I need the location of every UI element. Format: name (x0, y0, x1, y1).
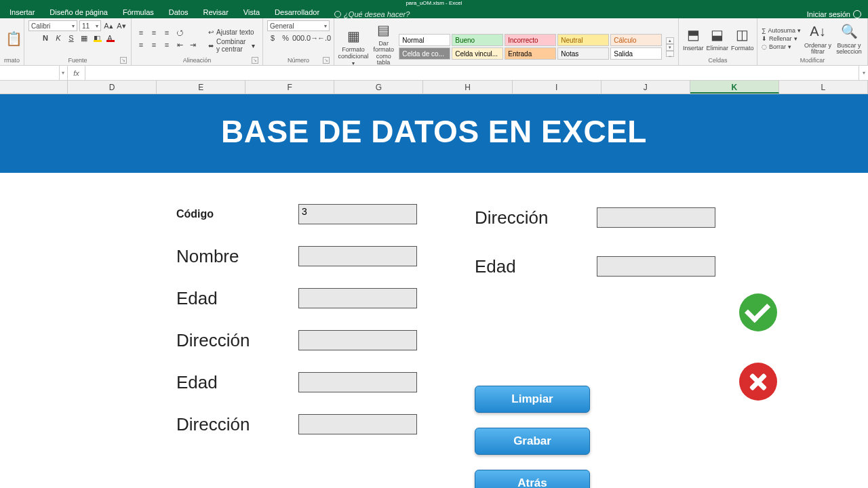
wrap-text-button[interactable]: ↩ Ajustar texto (205, 26, 258, 38)
worksheet-area[interactable]: BASE DE DATOS EN EXCEL Código3NombreEdad… (0, 94, 868, 487)
formula-input[interactable] (85, 66, 859, 80)
font-color-button[interactable]: A (104, 33, 115, 43)
style-cell[interactable]: Salida (610, 47, 662, 60)
fx-icon[interactable]: fx (68, 66, 85, 80)
tab-diseno[interactable]: Diseño de página (43, 7, 115, 18)
page-title: BASE DE DATOS EN EXCEL (0, 94, 868, 173)
percent-button[interactable]: % (280, 33, 291, 43)
border-button[interactable]: ▦ (79, 33, 90, 43)
number-format-combo[interactable]: General▾ (267, 20, 330, 31)
field-input[interactable] (298, 288, 417, 308)
align-bottom-button[interactable]: ≡ (161, 27, 172, 38)
atrás-button[interactable]: Atrás (475, 470, 590, 488)
style-cell[interactable]: Cálculo (610, 34, 662, 46)
tab-insertar[interactable]: Insertar (3, 7, 41, 18)
indent-dec-button[interactable]: ⇤ (174, 39, 185, 50)
field-input[interactable] (298, 414, 417, 434)
underline-button[interactable]: S (66, 33, 77, 43)
field-input[interactable]: 3 (298, 204, 417, 224)
clear-button[interactable]: ◌ Borrar ▾ (762, 43, 801, 50)
thousands-button[interactable]: 000 (293, 33, 304, 43)
align-left-button[interactable]: ≡ (136, 39, 146, 50)
align-top-button[interactable]: ≡ (136, 27, 146, 38)
style-cell[interactable]: Incorrecto (505, 34, 556, 46)
sort-filter-button[interactable]: A↓Ordenar y filtrar (804, 22, 832, 56)
gallery-more-icon[interactable]: ⎯ (666, 51, 674, 57)
align-dialog-icon[interactable]: ↘ (252, 57, 258, 64)
field-input[interactable] (597, 256, 715, 277)
grow-font-button[interactable]: A▴ (103, 20, 114, 31)
column-header[interactable]: F (245, 81, 334, 94)
column-header[interactable]: J (601, 81, 690, 94)
style-cell[interactable]: Notas (557, 47, 609, 60)
align-middle-button[interactable]: ≡ (149, 27, 159, 38)
column-header[interactable]: E (157, 81, 245, 94)
column-header[interactable]: D (68, 81, 157, 94)
align-right-button[interactable]: ≡ (161, 39, 172, 50)
find-select-button[interactable]: 🔍Buscar y seleccion (835, 22, 863, 56)
cell-styles-gallery[interactable]: NormalBuenoIncorrectoNeutralCálculoCelda… (399, 34, 662, 60)
currency-button[interactable]: $ (267, 33, 278, 43)
paste-button[interactable]: 📋 (4, 29, 23, 48)
autosum-button[interactable]: ∑ Autosuma ▾ (762, 27, 801, 34)
field-input[interactable] (298, 246, 417, 266)
field-input[interactable] (298, 330, 417, 350)
dec-decimal-button[interactable]: ←.0 (319, 33, 330, 43)
tab-datos[interactable]: Datos (162, 7, 195, 18)
namebox-dropdown-icon[interactable]: ▾ (59, 66, 67, 80)
tab-desarrollador[interactable]: Desarrollador (268, 7, 326, 18)
bold-button[interactable]: N (40, 33, 51, 43)
cross-icon[interactable] (739, 363, 777, 401)
style-cell[interactable]: Celda de co... (399, 47, 450, 60)
formula-expand-icon[interactable]: ▾ (859, 66, 868, 80)
inc-decimal-button[interactable]: .0→ (306, 33, 317, 43)
merge-center-button[interactable]: ⬌ Combinar y centrar ▾ (205, 39, 258, 52)
style-cell[interactable]: Celda vincul... (452, 47, 503, 60)
font-size-combo[interactable]: 11▾ (79, 20, 101, 31)
column-header[interactable]: I (513, 81, 601, 94)
ribbon: 📋 rmato Calibri▾ 11▾ A▴ A▾ N K S ▦ ◧ A F… (0, 18, 868, 66)
column-header[interactable]: L (779, 81, 868, 94)
gallery-scroll[interactable]: ▴ ▾ ⎯ (666, 37, 674, 57)
gallery-down-icon[interactable]: ▾ (666, 44, 674, 51)
format-as-table-button[interactable]: ▤Dar formato como tabla▾ (371, 20, 396, 66)
fill-button[interactable]: ⬇ Rellenar ▾ (762, 35, 801, 42)
style-cell[interactable]: Neutral (557, 34, 609, 46)
format-cells-button[interactable]: ◫Formato (731, 25, 754, 52)
conditional-format-button[interactable]: ▦Formato condicional▾ (338, 26, 368, 66)
font-name-combo[interactable]: Calibri▾ (28, 20, 77, 31)
checkmark-icon[interactable] (739, 293, 777, 331)
tab-vista[interactable]: Vista (237, 7, 267, 18)
style-cell[interactable]: Bueno (452, 34, 503, 46)
login-button[interactable]: Iniciar sesión (807, 10, 861, 18)
limpiar-button[interactable]: Limpiar (475, 386, 590, 413)
bulb-icon (334, 11, 341, 18)
tab-revisar[interactable]: Revisar (197, 7, 235, 18)
style-cell[interactable]: Normal (399, 34, 450, 46)
column-header[interactable]: K (690, 81, 779, 94)
field-input[interactable] (597, 207, 715, 228)
insert-cells-button[interactable]: ⬒Insertar (683, 25, 704, 52)
tell-me-search[interactable]: ¿Qué desea hacer? (334, 10, 410, 18)
number-dialog-icon[interactable]: ↘ (323, 57, 330, 64)
column-header[interactable]: H (423, 81, 512, 94)
form-field: Dirección (176, 403, 475, 445)
font-dialog-icon[interactable]: ↘ (120, 57, 127, 64)
style-cell[interactable]: Entrada (505, 47, 556, 60)
tab-formulas[interactable]: Fórmulas (116, 7, 161, 18)
fill-color-button[interactable]: ◧ (92, 33, 102, 43)
field-label: Dirección (176, 330, 298, 351)
orientation-button[interactable]: ⭯ (174, 27, 185, 38)
align-center-button[interactable]: ≡ (149, 39, 159, 50)
italic-button[interactable]: K (53, 33, 64, 43)
name-box[interactable] (0, 66, 59, 80)
shrink-font-button[interactable]: A▾ (116, 20, 127, 31)
gallery-up-icon[interactable]: ▴ (666, 37, 674, 44)
grabar-button[interactable]: Grabar (475, 428, 590, 455)
column-header[interactable]: G (334, 81, 423, 94)
column-headers[interactable]: DEFGHIJKL (0, 81, 868, 94)
select-all-corner[interactable] (0, 81, 68, 94)
indent-inc-button[interactable]: ⇥ (187, 39, 198, 50)
field-input[interactable] (298, 372, 417, 392)
delete-cells-button[interactable]: ⬓Eliminar (707, 25, 729, 52)
